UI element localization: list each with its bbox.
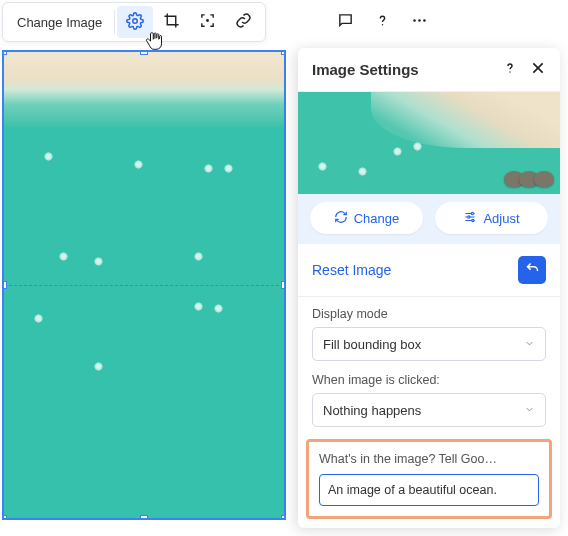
alt-text-block: What's in the image? Tell Goo…: [306, 439, 552, 519]
alt-text-label: What's in the image? Tell Goo…: [319, 452, 539, 466]
settings-button[interactable]: [117, 6, 153, 38]
refresh-icon: [334, 210, 348, 227]
resize-handle-tr[interactable]: [281, 50, 286, 55]
display-mode-label: Display mode: [312, 307, 546, 321]
resize-handle-t[interactable]: [140, 50, 148, 55]
display-mode-select[interactable]: Fill bounding box: [312, 327, 546, 361]
resize-handle-bl[interactable]: [2, 515, 7, 520]
resize-handle-br[interactable]: [281, 515, 286, 520]
resize-handle-tl[interactable]: [2, 50, 7, 55]
image-toolbar: Change Image: [2, 2, 266, 42]
chevron-down-icon: [524, 403, 535, 418]
svg-point-5: [206, 19, 209, 22]
panel-header: Image Settings: [298, 48, 560, 92]
image-settings-panel: Image Settings Change: [298, 48, 560, 528]
selection-guide: [4, 285, 284, 286]
link-icon: [235, 12, 252, 32]
toolbar-separator: [114, 10, 115, 34]
click-behavior-label: When image is clicked:: [312, 373, 546, 387]
change-button[interactable]: Change: [310, 202, 423, 234]
panel-title: Image Settings: [312, 61, 419, 78]
more-icon[interactable]: [411, 12, 428, 32]
svg-point-0: [382, 24, 383, 25]
click-behavior-select[interactable]: Nothing happens: [312, 393, 546, 427]
svg-point-4: [133, 18, 138, 23]
crop-icon: [163, 12, 180, 32]
svg-point-6: [509, 71, 510, 72]
change-button-label: Change: [354, 211, 400, 226]
panel-help-icon[interactable]: [502, 60, 518, 79]
canvas-image[interactable]: ‹ Image: [2, 50, 286, 520]
change-image-button[interactable]: Change Image: [7, 6, 112, 38]
adjust-button[interactable]: Adjust: [435, 202, 548, 234]
undo-icon: [525, 261, 540, 279]
svg-point-8: [468, 215, 470, 217]
comment-icon[interactable]: [337, 12, 354, 32]
svg-point-7: [472, 212, 474, 214]
undo-button[interactable]: [518, 256, 546, 284]
image-content: [4, 52, 284, 127]
sliders-icon: [463, 210, 477, 227]
svg-point-1: [413, 19, 416, 22]
adjust-button-label: Adjust: [483, 211, 519, 226]
focal-point-icon: [199, 12, 216, 32]
close-icon[interactable]: [530, 60, 546, 79]
resize-handle-b[interactable]: [140, 515, 148, 520]
link-button[interactable]: [225, 6, 261, 38]
svg-point-2: [418, 19, 421, 22]
alt-text-input[interactable]: [319, 474, 539, 506]
click-behavior-value: Nothing happens: [323, 403, 421, 418]
gear-icon: [126, 12, 144, 33]
resize-handle-l[interactable]: [2, 281, 7, 289]
reset-image-link[interactable]: Reset Image: [312, 262, 391, 278]
focal-point-button[interactable]: [189, 6, 225, 38]
change-image-label: Change Image: [17, 15, 102, 30]
resize-handle-r[interactable]: [281, 281, 286, 289]
chevron-down-icon: [524, 337, 535, 352]
svg-point-9: [472, 219, 474, 221]
svg-point-3: [423, 19, 426, 22]
crop-button[interactable]: [153, 6, 189, 38]
image-thumbnail: [298, 92, 560, 194]
display-mode-value: Fill bounding box: [323, 337, 421, 352]
thumbnail-section: Change Adjust: [298, 92, 560, 244]
help-icon[interactable]: [374, 12, 391, 32]
